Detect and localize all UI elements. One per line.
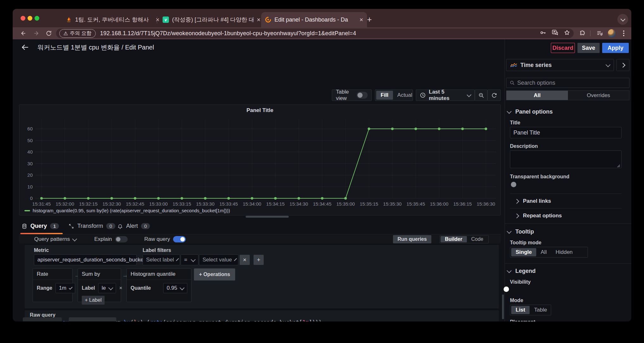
tab-overrides[interactable]: Overrides	[568, 91, 629, 100]
forward-button[interactable]	[32, 30, 40, 37]
code-token: 1m	[302, 319, 309, 321]
tab-transform[interactable]: Transform 0	[68, 223, 115, 229]
transform-icon	[68, 223, 74, 229]
section-panel-links[interactable]: Panel links	[515, 198, 551, 204]
title-label: Title	[510, 120, 520, 126]
resize-notch-icon[interactable]	[616, 164, 620, 168]
metric-select[interactable]: apiserver_request_duration_seconds_bucke…	[34, 254, 137, 265]
reload-button[interactable]	[45, 30, 53, 37]
code-token: )))	[312, 319, 322, 321]
operation-card-rate[interactable]: Rate Range 1m	[33, 268, 73, 302]
chevron-down-icon	[606, 62, 611, 67]
close-tab-icon[interactable]: ×	[257, 16, 261, 23]
add-expression-button-clipped[interactable]	[69, 317, 116, 321]
visualization-picker[interactable]: Time series	[506, 59, 614, 71]
operation-title: Rate	[33, 269, 72, 280]
chart-legend[interactable]: histogram_quantile(0.95, sum by(le) (rat…	[24, 208, 230, 213]
value-select[interactable]: Select value	[199, 254, 238, 265]
address-bar[interactable]: ⚠ 주의 요함 192.168.1.12/d/7T15jQ7Dz/weokeon…	[56, 29, 574, 38]
search-options-box	[506, 78, 629, 88]
tab-alert[interactable]: Alert 0	[117, 223, 150, 229]
code-toggle[interactable]: Code	[467, 236, 488, 242]
options-sidebar: Time series All Overrides Panel options	[505, 39, 631, 321]
operation-title: Histogram quantile	[127, 269, 191, 280]
legend-visibility-label: Visibility	[510, 279, 531, 285]
builder-toggle[interactable]: Builder	[441, 236, 467, 242]
tooltip-mode-single[interactable]: Single	[511, 248, 536, 256]
bookmark-star-icon[interactable]	[564, 29, 570, 37]
quantile-select[interactable]: 0.95	[163, 283, 187, 293]
svg-text:15:32:30: 15:32:30	[102, 201, 121, 207]
browser-menu-icon[interactable]	[620, 30, 628, 37]
extensions-puzzle-icon[interactable]	[579, 30, 586, 37]
resize-handle[interactable]	[246, 216, 289, 218]
tab-search-button[interactable]	[617, 14, 628, 25]
query-patterns-dropdown[interactable]: Query patterns	[34, 236, 76, 242]
add-query-button-clipped[interactable]	[23, 317, 62, 321]
remove-filter-button[interactable]: ×	[240, 255, 250, 265]
panel[interactable]: Panel Title 010203040506015:31:4515:32:0…	[19, 104, 501, 215]
operator-select[interactable]: =	[181, 254, 198, 265]
refresh-button[interactable]	[487, 89, 501, 101]
zoom-out-button[interactable]	[475, 89, 487, 101]
description-textarea[interactable]	[510, 150, 621, 168]
close-window-button[interactable]	[21, 16, 25, 21]
actual-button[interactable]: Actual	[393, 91, 417, 100]
tooltip-mode-hidden[interactable]: Hidden	[551, 248, 577, 256]
run-queries-button[interactable]: Run queries	[393, 235, 431, 243]
close-tab-icon[interactable]: ×	[359, 16, 363, 23]
chevron-down-icon	[507, 109, 512, 114]
section-panel-options[interactable]: Panel options	[507, 109, 553, 115]
tooltip-mode-all[interactable]: All	[536, 248, 551, 256]
open-pane-button[interactable]	[616, 59, 629, 71]
svg-text:15:36:15: 15:36:15	[453, 201, 472, 207]
section-legend[interactable]: Legend	[507, 268, 536, 274]
add-filter-button[interactable]: +	[254, 255, 264, 265]
profile-avatar[interactable]	[608, 30, 615, 37]
range-select[interactable]: 1m	[55, 283, 75, 293]
back-button[interactable]	[20, 30, 27, 37]
operation-card-sum-by[interactable]: Sum by Label le × + Label	[78, 268, 121, 302]
legend-mode-table[interactable]: Table	[530, 306, 551, 314]
tab-query[interactable]: Query 1	[22, 223, 59, 229]
tab-separator	[157, 16, 157, 23]
browser-tab[interactable]: v (작성중) [그라파나 #4] 다양한 대 ×	[159, 12, 264, 27]
table-view-toggle[interactable]	[357, 92, 368, 99]
chevron-right-icon	[621, 63, 626, 68]
minimize-window-button[interactable]	[28, 16, 32, 21]
zoom-window-button[interactable]	[35, 16, 39, 21]
fill-button[interactable]: Fill	[376, 91, 393, 100]
legend-placement-label: Placement	[510, 319, 535, 321]
passwords-key-icon[interactable]	[539, 29, 546, 37]
title-input[interactable]	[510, 127, 621, 138]
divider	[510, 194, 621, 194]
search-options-input[interactable]	[517, 79, 612, 87]
add-label-button[interactable]: + Label	[82, 296, 105, 305]
explain-toggle[interactable]	[115, 236, 128, 242]
time-range-picker[interactable]: Last 5 minutes	[416, 89, 475, 101]
browser-tab-active[interactable]: Edit panel - Dashboards - Da ×	[261, 12, 367, 27]
label-filter-select[interactable]: Select label	[143, 254, 180, 265]
section-tooltip[interactable]: Tooltip	[507, 228, 534, 235]
browser-tab[interactable]: 1팀. 도커, 쿠버네티스 항해사 ×	[62, 12, 163, 27]
site-warning-badge[interactable]: ⚠ 주의 요함	[59, 29, 96, 38]
editor-scrollbar[interactable]	[502, 294, 504, 319]
new-tab-button[interactable]: +	[367, 15, 372, 23]
legend-mode-list[interactable]: List	[511, 306, 530, 314]
translate-icon[interactable]	[551, 29, 558, 37]
quantile-label: Quantile	[131, 285, 151, 291]
reading-list-icon[interactable]	[596, 30, 603, 37]
label-select[interactable]: le	[98, 283, 116, 293]
section-title: Panel options	[515, 109, 553, 115]
raw-query-toggle[interactable]	[173, 236, 186, 242]
select-label-placeholder: Select label	[146, 257, 174, 263]
section-title: Panel links	[523, 198, 551, 204]
add-operations-button[interactable]: + Operations	[194, 268, 235, 280]
remove-label-button[interactable]: ×	[119, 285, 122, 291]
svg-text:15:32:45: 15:32:45	[126, 201, 144, 207]
section-title: Tooltip	[515, 228, 534, 235]
section-repeat-options[interactable]: Repeat options	[515, 213, 562, 219]
operation-card-histogram-quantile[interactable]: Histogram quantile Quantile 0.95	[126, 268, 191, 302]
tab-all[interactable]: All	[506, 91, 568, 100]
go-back-button[interactable]	[21, 43, 29, 53]
